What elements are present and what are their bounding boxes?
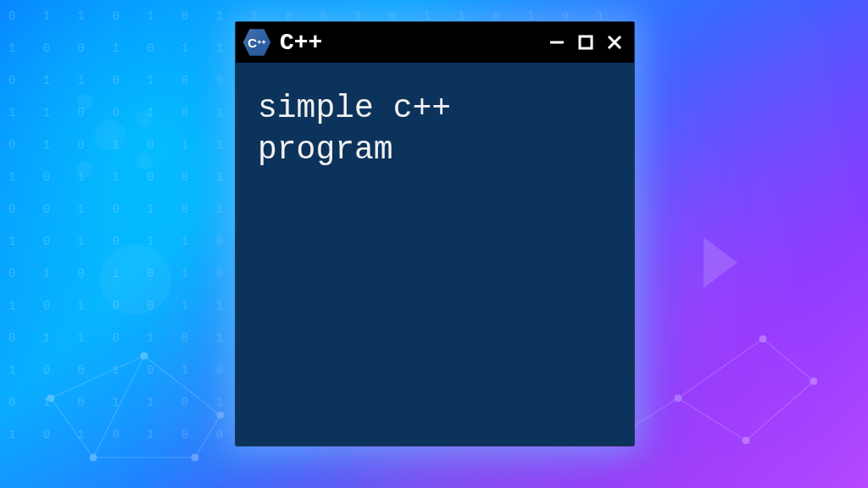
cpp-logo-icon: C++	[242, 28, 271, 57]
svg-point-25	[136, 152, 153, 169]
terminal-client-area[interactable]: simple c++ program	[236, 63, 634, 446]
svg-line-17	[678, 398, 746, 441]
svg-point-24	[136, 110, 153, 127]
window-title: C++	[280, 30, 537, 56]
svg-line-6	[144, 356, 220, 415]
svg-line-19	[678, 339, 763, 398]
svg-point-21	[95, 120, 125, 151]
svg-line-5	[51, 356, 144, 398]
maximize-icon	[577, 34, 594, 51]
minimize-icon	[548, 34, 565, 51]
svg-point-22	[76, 93, 93, 110]
svg-line-7	[51, 398, 93, 458]
wallpaper: 0 1 1 0 1 0 1 1 0 0 1 0 1 1 0 1 0 1 1 0 …	[0, 0, 868, 488]
window-controls	[546, 31, 626, 53]
svg-point-26	[100, 244, 171, 315]
close-icon	[605, 33, 624, 52]
minimize-button[interactable]	[546, 31, 568, 53]
svg-line-10	[195, 415, 220, 458]
svg-marker-27	[704, 237, 737, 288]
terminal-text: simple c++ program	[258, 88, 612, 170]
close-button[interactable]	[604, 31, 626, 53]
titlebar[interactable]: C++ C++	[236, 22, 634, 63]
svg-point-23	[76, 161, 93, 178]
svg-line-20	[763, 339, 814, 381]
terminal-window: C++ C++ simple c++ program	[236, 22, 634, 446]
svg-line-9	[93, 356, 144, 458]
logo-plus: ++	[257, 40, 266, 46]
maximize-button[interactable]	[575, 31, 597, 53]
svg-rect-29	[580, 36, 592, 48]
svg-line-18	[746, 381, 814, 441]
logo-letter: C	[248, 36, 256, 50]
